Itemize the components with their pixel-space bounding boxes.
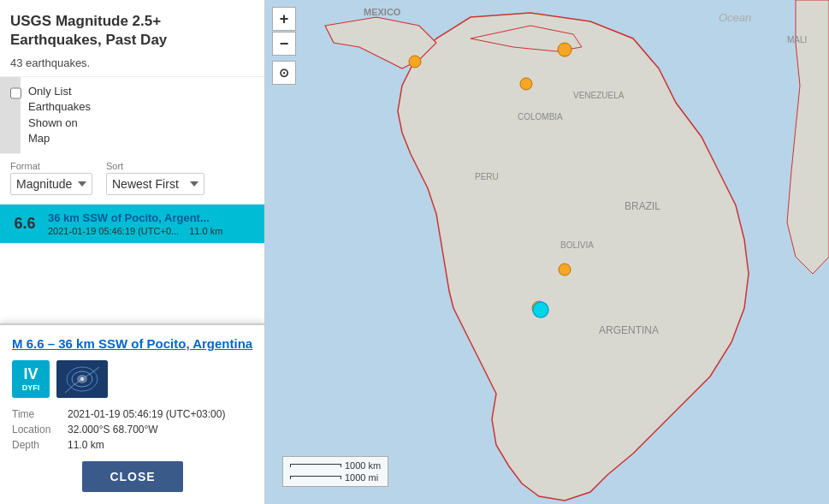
- detail-depth-row: Depth 11.0 km: [12, 437, 253, 453]
- map-controls: + − ⊙: [272, 7, 296, 85]
- map-area: MEXICO Ocean VENEZUELA COLOMBIA PERU BRA…: [265, 0, 829, 504]
- depth-label: Depth: [12, 437, 68, 453]
- panel-title: USGS Magnitude 2.5+ Earthquakes, Past Da…: [10, 12, 254, 50]
- peru-label: PERU: [475, 172, 499, 181]
- brazil-label: BRAZIL: [625, 200, 660, 212]
- format-group: Format Magnitude Age Distance: [10, 161, 92, 195]
- scale-km-line: 1000 km: [290, 460, 381, 471]
- filter-checkbox[interactable]: [10, 86, 21, 100]
- filter-label[interactable]: Only List Earthquakes Shown on Map: [28, 84, 91, 146]
- format-label: Format: [10, 161, 92, 171]
- scale-bar: 1000 km 1000 mi: [282, 456, 388, 487]
- detail-title[interactable]: M 6.6 – 36 km SSW of Pocito, Argentina: [12, 335, 253, 353]
- location-label: Location: [12, 422, 68, 437]
- dyfi-badge[interactable]: IV DYFI: [12, 360, 50, 398]
- detail-badges: IV DYFI: [12, 360, 253, 398]
- scale-ruler-mi: [290, 476, 341, 479]
- colombia-label: COLOMBIA: [518, 112, 563, 122]
- ocean-label: Ocean: [719, 11, 751, 24]
- sort-group: Sort Newest First Oldest First Largest F…: [106, 161, 204, 195]
- close-button[interactable]: CLOSE: [82, 461, 182, 492]
- mexico-label: MEXICO: [364, 7, 401, 17]
- earthquake-count: 43 earthquakes.: [10, 56, 254, 69]
- sort-select[interactable]: Newest First Oldest First Largest First …: [106, 173, 204, 195]
- zoom-out-button[interactable]: −: [272, 32, 296, 56]
- format-select[interactable]: Magnitude Age Distance: [10, 173, 92, 195]
- sort-label: Sort: [106, 161, 204, 171]
- eq-marker-argentina-selected[interactable]: [533, 302, 548, 317]
- shakemap-thumbnail[interactable]: [56, 360, 108, 398]
- argentina-label: ARGENTINA: [599, 324, 659, 336]
- dyfi-label: DYFI: [19, 383, 43, 392]
- sort-format-row: Format Magnitude Age Distance Sort Newes…: [0, 154, 264, 205]
- eq-marker-4[interactable]: [559, 264, 571, 276]
- filter-row: Only List Earthquakes Shown on Map: [0, 77, 21, 154]
- eq-marker-2[interactable]: [409, 56, 421, 68]
- eq-meta: 2021-01-19 05:46:19 (UTC+0... 11.0 km: [48, 226, 222, 236]
- location-button[interactable]: ⊙: [272, 61, 296, 85]
- depth-value: 11.0 km: [68, 437, 253, 453]
- zoom-in-button[interactable]: +: [272, 7, 296, 31]
- time-label: Time: [12, 406, 68, 422]
- detail-table: Time 2021-01-19 05:46:19 (UTC+03:00) Loc…: [12, 406, 253, 453]
- eq-marker-3[interactable]: [520, 78, 532, 90]
- detail-time-row: Time 2021-01-19 05:46:19 (UTC+03:00): [12, 406, 253, 422]
- mali-label: MALI: [787, 35, 807, 44]
- dyfi-level: IV: [19, 365, 43, 383]
- venezuela-label: VENEZUELA: [573, 91, 625, 100]
- list-item[interactable]: 6.6 36 km SSW of Pocito, Argent... 2021-…: [0, 205, 264, 244]
- left-panel: USGS Magnitude 2.5+ Earthquakes, Past Da…: [0, 0, 265, 504]
- eq-location: 36 km SSW of Pocito, Argent...: [48, 211, 222, 224]
- scale-ruler-km: [290, 464, 341, 467]
- magnitude-badge: 6.6: [9, 215, 41, 233]
- eq-info: 36 km SSW of Pocito, Argent... 2021-01-1…: [48, 211, 222, 236]
- detail-location-row: Location 32.000°S 68.700°W: [12, 422, 253, 437]
- scale-mi-line: 1000 mi: [290, 472, 381, 483]
- eq-marker-1[interactable]: [558, 43, 571, 56]
- panel-header: USGS Magnitude 2.5+ Earthquakes, Past Da…: [0, 0, 264, 77]
- eq-time: 2021-01-19 05:46:19 (UTC+0...: [48, 226, 179, 236]
- eq-depth: 11.0 km: [189, 226, 222, 236]
- time-value: 2021-01-19 05:46:19 (UTC+03:00): [68, 406, 253, 422]
- scale-km-label: 1000 km: [345, 460, 381, 471]
- map-svg: MEXICO Ocean VENEZUELA COLOMBIA PERU BRA…: [265, 0, 829, 504]
- location-value: 32.000°S 68.700°W: [68, 422, 253, 437]
- bolivia-label: BOLIVIA: [560, 240, 594, 250]
- detail-popup: M 6.6 – 36 km SSW of Pocito, Argentina I…: [0, 323, 265, 505]
- scale-mi-label: 1000 mi: [345, 472, 378, 483]
